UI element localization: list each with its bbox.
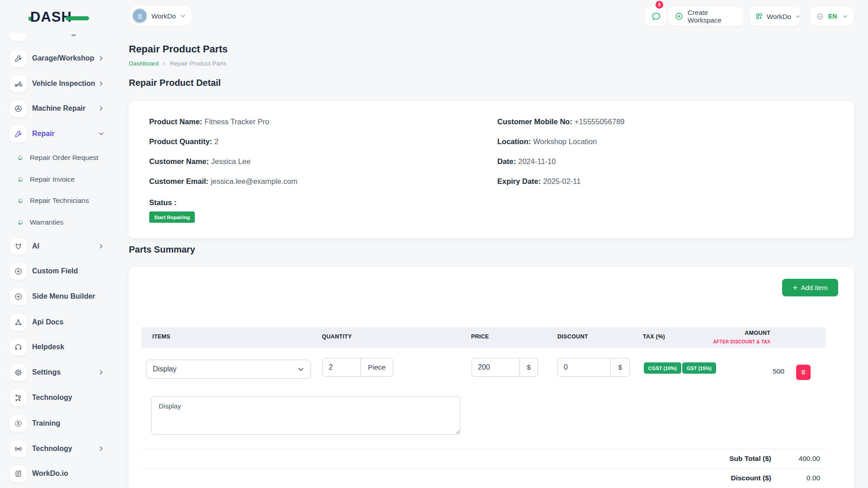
sidebar-item-label: AI — [32, 242, 39, 250]
field-value: 2025-02-11 — [543, 177, 580, 185]
price-input[interactable] — [472, 358, 519, 376]
breadcrumb-dashboard-link[interactable]: Dashboard — [129, 60, 159, 67]
item-select[interactable]: Display — [146, 360, 311, 379]
field-customer-mobile: Customer Mobile No:+15555056789 — [497, 117, 625, 126]
discount-currency-label: $ — [610, 358, 629, 376]
table-header-band: ITEMS QUANTITY PRICE DISCOUNT TAX (%) AM… — [142, 327, 826, 348]
tax-badge-gst: GST (15%) — [682, 362, 716, 374]
sidebar-item-machine-repair[interactable]: Machine Repair — [10, 99, 104, 118]
chevron-right-icon — [98, 105, 104, 112]
sidebar-subitem-label: Repair Order Request — [30, 154, 99, 162]
row-amount-value: 500 — [773, 367, 784, 375]
column-header-tax: TAX (%) — [643, 333, 665, 340]
sidebar-item-custom-field[interactable]: Custom Field — [10, 261, 104, 281]
sidebar-item-settings[interactable]: Settings — [10, 362, 104, 382]
sidebar-item-training[interactable]: Training — [10, 413, 104, 433]
workspace-switcher[interactable]: WorkDo — [130, 6, 191, 26]
sidebar-subitem-repair-invoice[interactable]: Repair Invoice — [18, 174, 104, 185]
totals-divider — [142, 449, 826, 449]
chevron-right-icon — [98, 80, 104, 87]
create-workspace-button[interactable]: Create Workspace — [668, 7, 744, 26]
quantity-input[interactable] — [323, 358, 360, 376]
sidebar-item-ai[interactable]: AI — [10, 236, 104, 256]
field-label: Customer Email: — [149, 177, 208, 185]
add-item-button[interactable]: + Add item — [782, 279, 838, 296]
sidebar-item-technology[interactable]: Technology — [10, 388, 104, 408]
machine-fan-icon — [10, 100, 27, 117]
field-product-quantity: Product Quantity:2 — [149, 137, 219, 146]
workdo-menu-label: WorkDo — [767, 13, 791, 20]
sidebar-item-garage-workshop[interactable]: Garage/Workshop — [10, 48, 104, 68]
field-customer-name: Customer Name:Jessica Lee — [149, 157, 250, 166]
clipped-menu-label — [71, 34, 76, 36]
field-label: Customer Mobile No: — [497, 117, 572, 126]
field-label: Product Quantity: — [149, 137, 212, 145]
sidebar-item-workdo-io[interactable]: WorkDo.io — [10, 464, 104, 483]
field-label: Date: — [497, 157, 516, 165]
sidebar-item-vehicle-inspection[interactable]: Vehicle Inspection — [10, 74, 104, 94]
field-expiry-date: Expiry Date:2025-02-11 — [497, 177, 580, 186]
chevron-down-icon — [297, 366, 304, 373]
discount-input[interactable] — [558, 358, 610, 376]
wrench-icon — [10, 126, 27, 142]
workdo-menu-button[interactable]: WorkDo — [750, 7, 800, 26]
hub-nodes-icon — [10, 389, 27, 406]
sidebar-subitem-warranties[interactable]: Warranties — [18, 217, 104, 228]
status-ring-icon — [18, 155, 23, 160]
status-badge[interactable]: Start Repairing — [149, 211, 195, 223]
field-value: +15555056789 — [575, 117, 625, 126]
language-code: EN — [828, 13, 837, 20]
status-ring-icon — [18, 177, 23, 182]
column-header-price: PRICE — [471, 333, 489, 340]
sidebar-item-label: Settings — [32, 368, 61, 376]
discount-total-value: 0.00 — [807, 474, 820, 482]
chevron-right-icon — [98, 369, 104, 375]
sidebar-item-label: Side Menu Builder — [32, 292, 95, 300]
sidebar-item-helpdesk[interactable]: Helpdesk — [10, 337, 104, 357]
quantity-unit-label: Piece — [360, 358, 393, 376]
circle-plus-icon — [10, 263, 27, 280]
chevron-right-icon — [98, 243, 104, 249]
field-value: 2 — [214, 137, 218, 145]
delete-item-button[interactable] — [796, 365, 811, 380]
messages-button[interactable]: 0 — [645, 7, 667, 26]
sidebar-item-api-docs[interactable]: Api Docs — [10, 312, 104, 332]
field-label: Product Name: — [149, 117, 202, 126]
sidebar-item-repair[interactable]: Repair — [10, 124, 104, 144]
sidebar-item-label: Vehicle Inspection — [32, 80, 95, 88]
sidebar: Garage/Workshop Vehicle Inspection Machi… — [0, 20, 114, 488]
column-header-items: ITEMS — [152, 333, 170, 340]
column-header-discount: DISCOUNT — [557, 333, 588, 340]
wrench-icon — [10, 50, 27, 67]
field-label: Customer Name: — [149, 157, 209, 165]
column-header-amount-note: AFTER DISCOUNT & TAX — [713, 339, 770, 344]
sidebar-subitem-repair-technicians[interactable]: Repair Technicians — [18, 195, 104, 206]
parts-summary-heading: Parts Summary — [129, 244, 195, 255]
totals-divider — [142, 469, 826, 469]
broadcast-icon — [10, 441, 27, 457]
repair-product-detail-card: Product Name:Fitness Tracker Pro Product… — [129, 101, 854, 238]
field-customer-email: Customer Email:jessica.lee@example.com — [149, 177, 297, 186]
plus-circle-icon — [675, 12, 684, 21]
item-description-textarea[interactable]: Display — [151, 396, 460, 435]
create-workspace-label: Create Workspace — [688, 9, 737, 24]
sidebar-subitem-label: Repair Invoice — [30, 175, 75, 183]
messages-count-badge: 0 — [656, 1, 663, 9]
column-header-quantity: QUANTITY — [322, 333, 352, 340]
language-selector[interactable]: EN — [810, 7, 854, 26]
sidebar-subitem-repair-order-request[interactable]: Repair Order Request — [18, 152, 104, 163]
chevron-down-icon — [842, 14, 848, 19]
sidebar-item-label: Helpdesk — [32, 343, 64, 351]
sidebar-item-technology-2[interactable]: Technology — [10, 439, 104, 459]
document-icon — [10, 465, 27, 482]
chevron-down-icon — [180, 13, 186, 19]
subtotal-value: 400.00 — [799, 455, 820, 463]
sidebar-item-side-menu-builder[interactable]: Side Menu Builder — [10, 286, 104, 306]
sidebar-subitem-label: Repair Technicians — [30, 197, 89, 205]
sidebar-item-label: Technology — [32, 445, 72, 453]
tax-badges: CGST (10%) GST (15%) — [644, 362, 716, 374]
training-target-icon — [10, 415, 27, 432]
grid-plus-icon — [755, 12, 763, 20]
app-root: DASH WorkDo 0 Create Workspace WorkDo — [0, 0, 868, 488]
field-label: Expiry Date: — [497, 177, 541, 185]
